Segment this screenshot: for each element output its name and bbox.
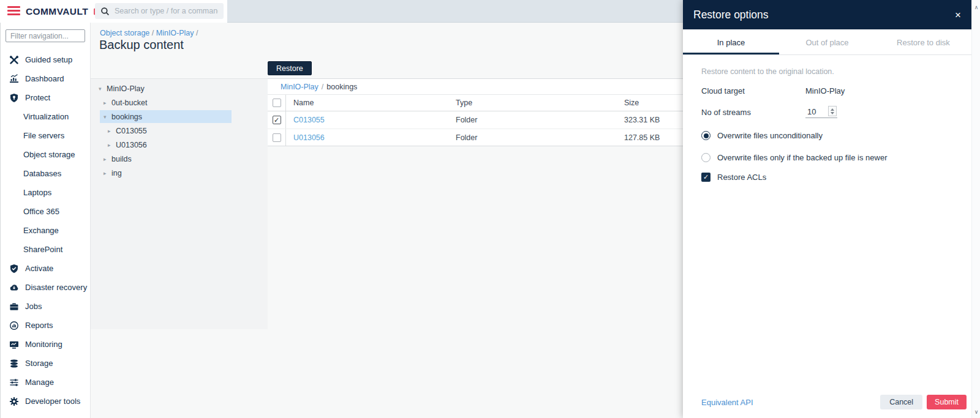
sidebar-item-reports[interactable]: Reports <box>1 316 90 335</box>
streams-input[interactable]: 10 <box>805 106 837 118</box>
sidebar-item-label: Laptops <box>23 188 51 197</box>
brand: COMMVAULT <box>26 0 104 23</box>
cloud-target-field: Cloud target MinIO-Play <box>701 86 953 95</box>
chevron-right-icon[interactable]: ▸ <box>104 156 111 162</box>
tree-item-ing[interactable]: ▸ ing <box>91 166 268 180</box>
stepper-up-icon[interactable] <box>831 108 834 111</box>
tree-item-builds[interactable]: ▸ builds <box>91 152 268 166</box>
sidebar-item-jobs[interactable]: Jobs <box>1 297 90 316</box>
chevron-down-icon[interactable]: ▾ <box>99 86 107 92</box>
folder-link[interactable]: C013055 <box>293 116 325 124</box>
folder-link[interactable]: U013056 <box>293 133 325 142</box>
tree-item-c013055[interactable]: ▸ C013055 <box>91 124 268 138</box>
backup-content-tree: ▾ MinIO-Play ▸ 0ut-bucket ▾ bookings ▸ C… <box>91 78 268 329</box>
sidebar-item-file-servers[interactable]: File servers <box>1 126 90 145</box>
radio-overwrite-if-newer[interactable]: Overwrite files only if the backed up fi… <box>701 153 953 162</box>
radio-label: Overwrite files unconditionally <box>717 131 823 140</box>
sidebar-item-manage[interactable]: Manage <box>1 373 90 392</box>
close-icon[interactable]: × <box>955 10 961 20</box>
sidebar-item-label: Exchange <box>23 226 59 235</box>
row-checkbox[interactable] <box>273 116 281 124</box>
sidebar: Guided setup Dashboard <box>0 23 91 418</box>
restore-acls-option[interactable]: Restore ACLs <box>701 173 953 182</box>
tree-item-label: 0ut-bucket <box>111 99 147 107</box>
sidebar-item-dashboard[interactable]: Dashboard <box>1 69 90 88</box>
radio-selected-icon[interactable] <box>701 131 710 140</box>
panel-subtitle: Restore content to the original location… <box>701 67 953 76</box>
radio-unselected-icon[interactable] <box>701 153 710 162</box>
chevron-right-icon[interactable]: ▸ <box>108 142 116 148</box>
submit-button[interactable]: Submit <box>927 395 967 409</box>
restore-options-panel: Restore options × In place Out of place … <box>683 0 971 418</box>
tab-out-of-place[interactable]: Out of place <box>779 29 875 54</box>
global-search[interactable] <box>95 3 224 19</box>
row-checkbox[interactable] <box>273 133 281 142</box>
stepper-down-icon[interactable] <box>831 112 834 114</box>
sidebar-item-disaster-recovery[interactable]: Disaster recovery <box>1 278 90 297</box>
scroll-down-icon[interactable]: ∨ <box>972 409 980 415</box>
hamburger-menu-icon[interactable] <box>7 6 20 16</box>
row-checkbox-cell <box>268 129 286 146</box>
chevron-down-icon[interactable]: ▾ <box>104 114 111 120</box>
sidebar-item-office-365[interactable]: Office 365 <box>1 202 90 221</box>
breadcrumb-minio-play[interactable]: MinIO-Play <box>156 29 194 37</box>
gear-icon <box>9 396 19 406</box>
tree-item-label: ing <box>111 169 122 177</box>
sidebar-item-label: Manage <box>25 378 54 387</box>
cancel-button[interactable]: Cancel <box>880 395 922 409</box>
sidebar-item-databases[interactable]: Databases <box>1 164 90 183</box>
sidebar-item-monitoring[interactable]: Monitoring <box>1 335 90 354</box>
column-header-type[interactable]: Type <box>456 95 624 111</box>
sidebar-item-object-storage[interactable]: Object storage <box>1 145 90 164</box>
number-stepper[interactable] <box>828 106 837 116</box>
breadcrumb: Object storage / MinIO-Play / <box>100 29 198 37</box>
chevron-right-icon[interactable]: ▸ <box>104 170 111 176</box>
select-all-checkbox[interactable] <box>273 99 281 107</box>
checked-checkbox-icon[interactable] <box>701 173 710 182</box>
sidebar-item-label: Databases <box>23 169 61 178</box>
sidebar-item-label: Dashboard <box>25 74 64 83</box>
sidebar-item-sharepoint[interactable]: SharePoint <box>1 240 90 259</box>
cloud-recovery-icon <box>9 282 19 293</box>
radio-label: Overwrite files only if the backed up fi… <box>717 153 887 162</box>
table-breadcrumb-minio-play[interactable]: MinIO-Play <box>281 83 318 91</box>
panel-tabs: In place Out of place Restore to disk <box>683 29 971 55</box>
tree-item-0ut-bucket[interactable]: ▸ 0ut-bucket <box>91 95 268 110</box>
search-icon <box>100 7 110 16</box>
column-header-name[interactable]: Name <box>286 95 456 111</box>
chevron-right-icon[interactable]: ▸ <box>104 100 111 106</box>
sidebar-item-developer-tools[interactable]: Developer tools <box>1 392 90 411</box>
tree-item-bookings[interactable]: ▾ bookings <box>91 110 268 124</box>
sidebar-item-protect[interactable]: Protect <box>1 88 90 107</box>
tree-item-u013056[interactable]: ▸ U013056 <box>91 138 268 152</box>
chevron-right-icon[interactable]: ▸ <box>108 128 116 134</box>
tree-item-label: bookings <box>111 113 142 121</box>
tab-in-place[interactable]: In place <box>683 29 779 54</box>
search-input[interactable] <box>115 7 218 15</box>
sidebar-item-virtualization[interactable]: Virtualization <box>1 107 90 126</box>
streams-field: No of streams 10 <box>701 106 953 118</box>
sidebar-item-exchange[interactable]: Exchange <box>1 221 90 240</box>
tree-item-label: U013056 <box>116 141 147 149</box>
sidebar-item-activate[interactable]: Activate <box>1 259 90 278</box>
tree-item-minio-play[interactable]: ▾ MinIO-Play <box>91 81 268 95</box>
checkbox-label: Restore ACLs <box>717 173 766 182</box>
tab-restore-to-disk[interactable]: Restore to disk <box>875 29 971 54</box>
row-type: Folder <box>456 129 624 146</box>
sidebar-item-guided-setup[interactable]: Guided setup <box>1 50 90 69</box>
scroll-up-icon[interactable]: ∧ <box>972 4 980 10</box>
breadcrumb-object-storage[interactable]: Object storage <box>100 29 149 37</box>
sidebar-nav: Guided setup Dashboard <box>1 50 90 411</box>
sidebar-item-label: File servers <box>23 131 64 140</box>
equivalent-api-link[interactable]: Equivalent API <box>701 398 753 407</box>
brand-wordmark: COMMVAULT <box>26 6 88 17</box>
filter-navigation-input[interactable] <box>6 29 85 42</box>
sidebar-item-storage[interactable]: Storage <box>1 354 90 373</box>
sidebar-item-label: Virtualization <box>23 112 69 121</box>
breadcrumb-separator: / <box>152 29 154 37</box>
page-scrollbar[interactable]: ∧ ∨ <box>971 0 980 418</box>
sidebar-item-label: Developer tools <box>25 397 80 406</box>
restore-button[interactable]: Restore <box>268 61 312 75</box>
radio-overwrite-unconditionally[interactable]: Overwrite files unconditionally <box>701 131 953 140</box>
sidebar-item-laptops[interactable]: Laptops <box>1 183 90 202</box>
